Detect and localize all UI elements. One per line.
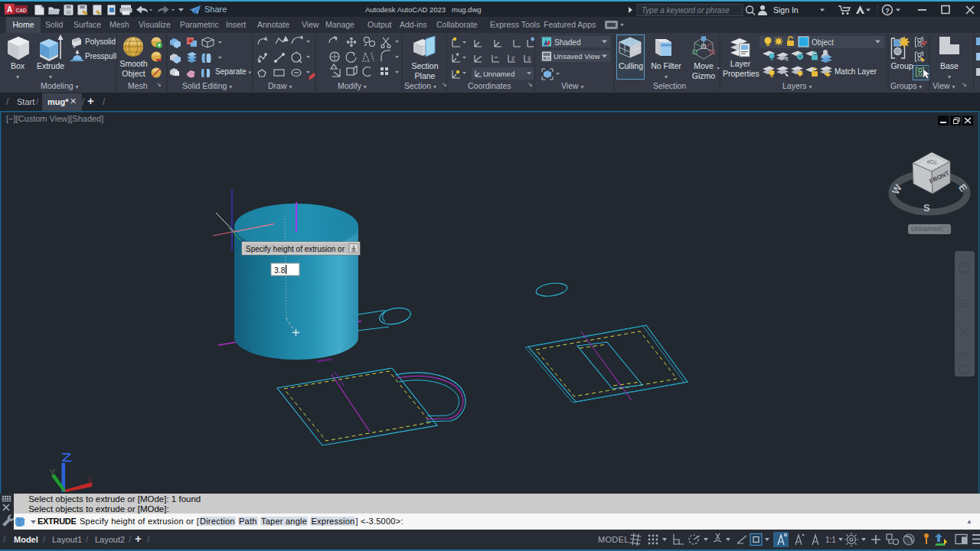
svg-text:Shaded: Shaded xyxy=(554,38,580,47)
svg-text:Object: Object xyxy=(812,38,834,47)
svg-text:1:1: 1:1 xyxy=(825,536,836,544)
svg-text:?: ? xyxy=(885,7,890,15)
svg-text:3: 3 xyxy=(528,56,531,61)
svg-text:Z: Z xyxy=(511,56,515,61)
svg-text:Y: Y xyxy=(49,467,56,478)
svg-text:A: A xyxy=(7,5,12,14)
svg-text:Unnamed: Unnamed xyxy=(483,70,514,78)
svg-text:X: X xyxy=(87,474,93,486)
svg-text:Unsaved View: Unsaved View xyxy=(554,52,600,60)
svg-text:Specify height of extrusion or: Specify height of extrusion or xyxy=(246,245,345,253)
svg-text:S: S xyxy=(923,202,930,214)
svg-text:Sign In: Sign In xyxy=(773,5,799,15)
svg-text:Type a keyword or phrase: Type a keyword or phrase xyxy=(642,6,730,15)
svg-text:CAD: CAD xyxy=(15,8,26,13)
svg-text:3.8: 3.8 xyxy=(274,266,286,275)
svg-text:Unnamed: Unnamed xyxy=(911,225,941,233)
